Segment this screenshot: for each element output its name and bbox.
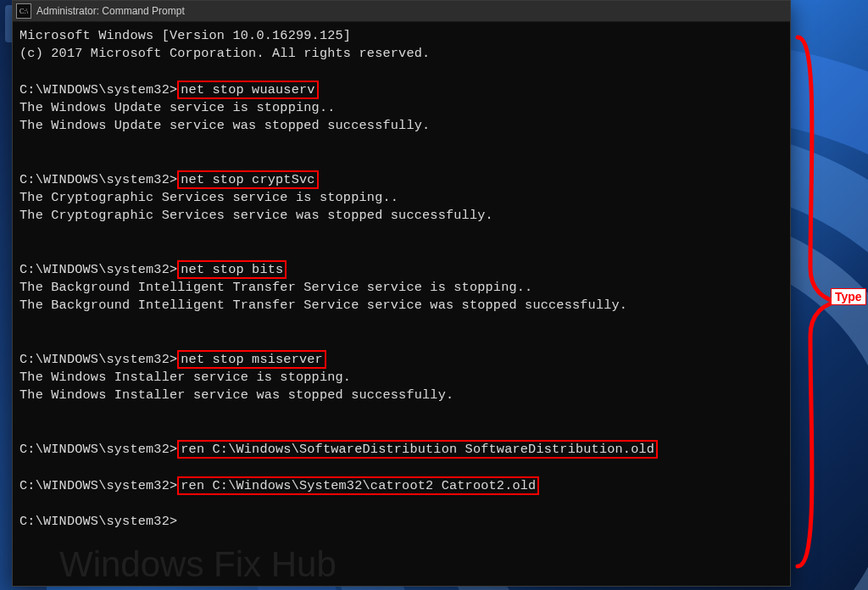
command-highlight: net stop msiserver [177,350,326,369]
desktop-background: C:\ C:\ Administrator: Command Prompt Mi… [0,0,868,590]
output-line: The Cryptographic Services service was s… [19,208,493,223]
output-line: The Windows Installer service is stoppin… [19,370,351,385]
command-highlight: net stop cryptSvc [177,170,318,189]
terminal-output[interactable]: Microsoft Windows [Version 10.0.16299.12… [13,22,790,534]
output-line: The Cryptographic Services service is st… [19,190,398,205]
output-line: The Windows Installer service was stoppe… [19,387,453,403]
prompt: C:\WINDOWS\system32> [19,442,177,457]
prompt: C:\WINDOWS\system32> [19,352,177,367]
window-title: Administrator: Command Prompt [36,5,185,17]
command-highlight: net stop wuauserv [177,81,318,99]
prompt: C:\WINDOWS\system32> [19,82,177,97]
output-line: The Windows Update service was stopped s… [19,118,430,133]
copyright-line: (c) 2017 Microsoft Corporation. All righ… [19,46,430,61]
output-line: The Background Intelligent Transfer Serv… [19,298,627,313]
prompt: C:\WINDOWS\system32> [19,262,177,277]
output-line: The Windows Update service is stopping.. [19,100,336,115]
annotation-type-label: Type [831,288,866,305]
command-highlight: ren C:\Windows\System32\catroot2 Catroot… [177,476,539,495]
prompt: C:\WINDOWS\system32> [19,478,177,493]
output-line: The Background Intelligent Transfer Serv… [19,280,532,295]
window-titlebar[interactable]: C:\ Administrator: Command Prompt [13,1,790,22]
command-highlight: ren C:\Windows\SoftwareDistribution Soft… [177,440,658,459]
cmd-icon: C:\ [16,3,31,19]
command-prompt-window: C:\ Administrator: Command Prompt Micros… [12,0,791,587]
command-highlight: net stop bits [177,260,287,279]
version-line: Microsoft Windows [Version 10.0.16299.12… [19,28,351,43]
prompt: C:\WINDOWS\system32> [19,172,177,187]
prompt: C:\WINDOWS\system32> [19,514,177,529]
